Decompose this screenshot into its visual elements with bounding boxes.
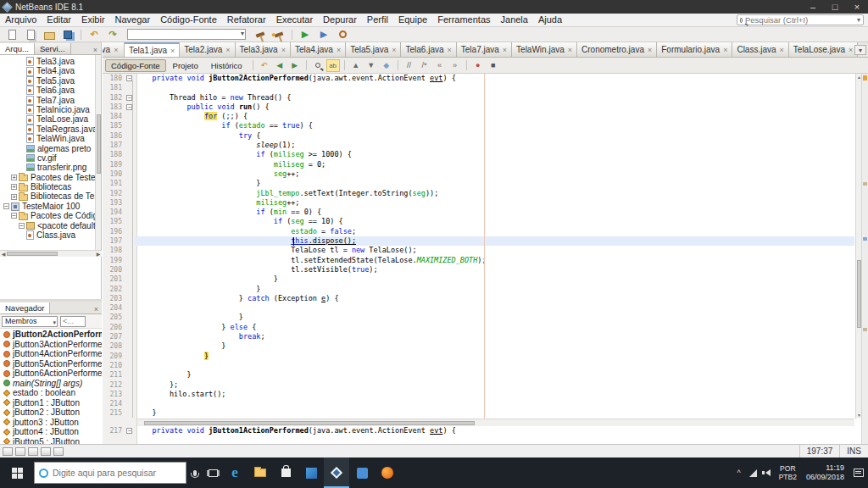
fold-column[interactable]: [125, 217, 135, 226]
line-number[interactable]: 197: [103, 236, 125, 246]
scroll-left-icon[interactable]: ◀: [0, 251, 7, 257]
code-line-196[interactable]: 196 estado = false;: [103, 227, 854, 236]
code-line-190[interactable]: 190 seg++;: [103, 169, 854, 179]
tree-item-telalose-java[interactable]: TelaLose.java: [0, 114, 96, 124]
line-number[interactable]: 207: [103, 332, 125, 341]
code-line-194[interactable]: 194 if (min == 0) {: [103, 208, 854, 217]
view-button-historico[interactable]: Histórico: [205, 59, 248, 72]
undo-button[interactable]: ↶: [86, 28, 103, 42]
expand-icon[interactable]: +: [11, 184, 17, 190]
close-tab-icon[interactable]: ×: [114, 46, 118, 54]
code-line-203[interactable]: 203 } catch (Exception e) {: [103, 294, 854, 303]
line-number[interactable]: 212: [103, 380, 125, 390]
highlight-occurrences-button[interactable]: ab: [326, 59, 340, 72]
editor-tab-formulario-java[interactable]: Formulario.java×: [657, 42, 732, 57]
fold-column[interactable]: [125, 285, 135, 294]
language-indicator[interactable]: PORPTB2: [775, 458, 801, 488]
toggle-bookmark-button[interactable]: ◆: [380, 59, 393, 72]
menu-perfil[interactable]: Perfil: [362, 14, 393, 25]
fold-column[interactable]: [125, 121, 135, 130]
new-project-button[interactable]: [22, 28, 39, 42]
debug-project-button[interactable]: ▶: [315, 28, 332, 42]
line-number[interactable]: 209: [103, 352, 125, 361]
scroll-right-icon[interactable]: ▶: [95, 251, 102, 257]
tree-item-pacotes-de-codigos-fonte[interactable]: −Pacotes de Códigos-fonte: [0, 211, 96, 220]
quick-search[interactable]: ▾: [737, 14, 864, 25]
code-line-204[interactable]: 204: [103, 303, 854, 313]
tree-item-tela6-java[interactable]: Tela6.java: [0, 86, 96, 95]
fold-column[interactable]: [125, 313, 135, 322]
collapse-icon[interactable]: −: [19, 223, 25, 229]
scrollbar-thumb[interactable]: [7, 252, 58, 256]
editor-tab-telawin-java[interactable]: TelaWin.java×: [512, 42, 577, 57]
tree-item-telawin-java[interactable]: TelaWin.java: [0, 134, 96, 143]
editor-tab-telalose-java[interactable]: TelaLose.java×: [789, 42, 858, 57]
close-tab-icon[interactable]: ×: [392, 46, 396, 54]
tree-item-telainicio-java[interactable]: TelaInicio.java: [0, 105, 96, 114]
member-jbutton2-jbutton[interactable]: jButton2 : JButton: [0, 408, 102, 418]
line-number[interactable]: 192: [103, 189, 125, 198]
forward-button[interactable]: ▶: [288, 59, 302, 72]
collapse-icon[interactable]: −: [3, 203, 9, 209]
fold-column[interactable]: [125, 179, 135, 188]
tree-item-algemas-preto[interactable]: algemas preto: [0, 144, 96, 153]
current-line-mark[interactable]: [863, 237, 867, 241]
member-jbutton6actionperformed[interactable]: jButton6ActionPerformed: [0, 369, 102, 379]
code-line-197[interactable]: 197 this.dispose();: [103, 236, 854, 246]
expand-icon[interactable]: +: [11, 175, 17, 180]
line-number[interactable]: 211: [103, 370, 125, 380]
fold-column[interactable]: [125, 274, 135, 284]
menu-refatorar[interactable]: Refatorar: [222, 14, 271, 25]
code-line-199[interactable]: 199 tl.setExtendedState(TelaLose.MAXIMIZ…: [103, 256, 854, 265]
code-line-201[interactable]: 201 }: [103, 274, 854, 284]
tree-item-pacote-default[interactable]: −<pacote default>: [0, 221, 96, 230]
menu-codigo-fonte[interactable]: Código-Fonte: [155, 14, 222, 25]
firefox-taskbar-button[interactable]: [375, 458, 400, 488]
uncomment-button[interactable]: /*: [418, 59, 431, 72]
next-bookmark-button[interactable]: ▼: [364, 59, 378, 72]
line-number[interactable]: 215: [103, 408, 125, 418]
member-jbutton4-jbutton[interactable]: jbutton4 : JButton: [0, 427, 102, 437]
line-number[interactable]: 196: [103, 227, 125, 236]
build-project-button[interactable]: [252, 28, 269, 42]
quick-search-input[interactable]: [745, 15, 857, 25]
new-file-button[interactable]: [3, 28, 20, 42]
line-number[interactable]: 190: [103, 169, 125, 179]
menu-exibir[interactable]: Exibir: [76, 14, 110, 25]
fold-column[interactable]: [125, 169, 135, 179]
scrollbar-thumb[interactable]: [144, 421, 475, 425]
shift-right-button[interactable]: »: [448, 59, 462, 72]
code-line-214[interactable]: 214: [103, 399, 854, 408]
explorer-tab-arqu[interactable]: Arqu...: [0, 43, 35, 54]
fold-column[interactable]: [125, 361, 135, 370]
line-number[interactable]: 213: [103, 390, 125, 399]
line-number[interactable]: 200: [103, 265, 125, 274]
editor-tab-tela6-java[interactable]: Tela6.java×: [401, 42, 456, 57]
file-explorer-taskbar-button[interactable]: [248, 458, 273, 488]
code-line-188[interactable]: 188 if (miliseg >= 1000) {: [103, 150, 854, 159]
navigator-filter-input[interactable]: <...: [60, 316, 86, 327]
code-line-181[interactable]: 181: [103, 83, 854, 92]
statusbar-panel-icon[interactable]: [3, 447, 13, 456]
store-taskbar-button[interactable]: [273, 458, 298, 488]
taskbar-search[interactable]: [34, 462, 186, 484]
code-lines[interactable]: 180− private void jButton2ActionPerforme…: [103, 74, 854, 419]
line-number[interactable]: 185: [103, 121, 125, 130]
line-number[interactable]: 205: [103, 313, 125, 322]
fold-column[interactable]: [125, 399, 135, 408]
line-number[interactable]: 193: [103, 198, 125, 208]
action-center-button[interactable]: [849, 458, 868, 488]
code-line-195[interactable]: 195 if (seg == 10) {: [103, 217, 854, 226]
line-number[interactable]: 203: [103, 294, 125, 303]
code-line-211[interactable]: 211 }: [103, 370, 854, 380]
fold-column[interactable]: [125, 408, 135, 418]
editor-tab-tela7-java[interactable]: Tela7.java×: [457, 42, 512, 57]
line-number[interactable]: 206: [103, 323, 125, 332]
line-number[interactable]: 187: [103, 141, 125, 150]
shift-left-button[interactable]: «: [433, 59, 447, 72]
close-tab-icon[interactable]: ×: [337, 46, 341, 54]
code-line-192[interactable]: 192 jLbl_tempo.setText(Integer.toString(…: [103, 189, 854, 198]
editor-tab-tela3-java[interactable]: Tela3.java×: [236, 42, 291, 57]
editor-tab-tela5-java[interactable]: Tela5.java×: [346, 42, 401, 57]
code-line-206[interactable]: 206 } else {: [103, 323, 854, 332]
